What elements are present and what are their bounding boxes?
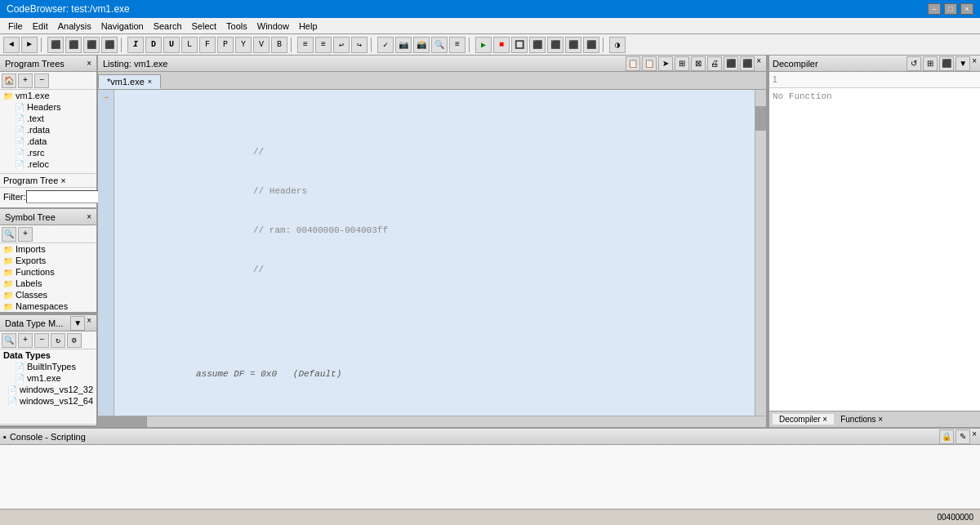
listing-scrollbar-v[interactable] [755,90,766,416]
tree-headers[interactable]: 📄 Headers [0,101,96,113]
dc-btn1[interactable]: ↺ [906,56,921,71]
tb-b[interactable]: B [271,37,287,53]
tb-i[interactable]: I [127,37,144,53]
lh-btn2[interactable]: 📋 [642,56,657,71]
tb-run[interactable]: ▶ [475,37,492,53]
tb-v[interactable]: V [253,37,270,53]
st-functions[interactable]: 📁 Functions [0,266,96,278]
st-classes[interactable]: 📁 Classes [0,289,96,300]
tb-snap2[interactable]: 📸 [413,37,430,53]
menu-select[interactable]: Select [187,20,222,33]
tree-vm1exe[interactable]: 📁 vm1.exe [0,90,96,101]
dc-btn4[interactable]: ▼ [956,56,970,71]
tree-text[interactable]: 📄 .text [0,113,96,124]
dc-btn2[interactable]: ⊞ [923,56,938,71]
st-exports[interactable]: 📁 Exports [0,255,96,266]
tb-redo[interactable]: ↪ [351,37,368,53]
tb-stop[interactable]: ■ [493,37,510,53]
console-close[interactable]: × [972,429,977,444]
tb-misc4[interactable]: 🔲 [511,37,528,53]
pt-home[interactable]: 🏠 [2,73,16,88]
listing-content[interactable]: → // // Headers // ram: 00400000-004003f… [98,90,766,416]
tree-rdata[interactable]: 📄 .rdata [0,124,96,136]
tb-misc1[interactable]: ≡ [297,37,314,53]
menu-edit[interactable]: Edit [28,20,53,33]
console-content[interactable] [0,445,980,509]
tb-snap3[interactable]: 🔍 [431,37,448,53]
tb-misc7[interactable]: ⬛ [565,37,581,53]
menu-navigation[interactable]: Navigation [96,20,149,33]
tb-misc2[interactable]: ≡ [315,37,332,53]
tb-d[interactable]: D [145,37,162,53]
tb-forward[interactable]: ► [21,37,38,53]
dt-tool3[interactable]: − [34,333,49,348]
dec-tab-decompiler[interactable]: Decompiler × [773,414,834,425]
listing-scrollbar-h[interactable] [98,416,766,427]
tb-nav1[interactable]: ⬛ [47,37,64,53]
dt-datatypes[interactable]: Data Types [0,349,96,361]
maximize-button[interactable]: □ [944,3,957,15]
lh-btn5[interactable]: 🖨 [707,56,722,71]
dt-tool1[interactable]: 🔍 [2,333,16,348]
pt-add[interactable]: + [18,73,33,88]
console-clear[interactable]: ✎ [956,429,970,444]
st-btn2[interactable]: + [18,227,33,242]
h-scrollbar-thumb[interactable] [98,416,147,427]
tb-u[interactable]: U [163,37,180,53]
dt-tool2[interactable]: + [18,333,33,348]
dt-builtin[interactable]: 📄 BuiltInTypes [0,361,96,372]
tb-check[interactable]: ✓ [377,37,394,53]
lh-cursor[interactable]: ➤ [658,56,673,71]
scrollbar-thumb[interactable] [755,106,766,131]
program-trees-close[interactable]: × [87,59,91,68]
menu-file[interactable]: File [3,20,28,33]
tb-undo[interactable]: ↩ [333,37,350,53]
dt-tool5[interactable]: ⚙ [67,333,82,348]
menu-tools[interactable]: Tools [221,20,252,33]
tree-rsrc[interactable]: 📄 .rsrc [0,147,96,158]
tree-reloc[interactable]: 📄 .reloc [0,158,96,170]
lh-btn7[interactable]: ⬛ [740,56,755,71]
dt-tool4[interactable]: ↻ [51,333,65,348]
lh-btn1[interactable]: 📋 [626,56,640,71]
dt-close[interactable]: × [87,316,91,331]
st-labels[interactable]: 📁 Labels [0,278,96,289]
tb-nav3[interactable]: ⬛ [83,37,100,53]
lh-btn4[interactable]: ⊠ [691,56,706,71]
tb-nav2[interactable]: ⬛ [65,37,82,53]
tb-back[interactable]: ◄ [3,37,20,53]
tb-misc8[interactable]: ⬛ [583,37,599,53]
close-button[interactable]: × [960,3,973,15]
tb-l[interactable]: L [181,37,198,53]
menu-help[interactable]: Help [294,20,323,33]
tb-y[interactable]: Y [235,37,252,53]
menu-analysis[interactable]: Analysis [53,20,96,33]
console-lock[interactable]: 🔒 [939,429,954,444]
pt-del[interactable]: − [34,73,49,88]
dec-tab-functions[interactable]: Functions × [834,414,889,425]
minimize-button[interactable]: – [928,3,941,15]
st-btn1[interactable]: 🔍 [2,227,16,242]
dt-vs12-64[interactable]: 📄 windows_vs12_64 [0,395,96,407]
dt-vm1exe[interactable]: 📄 vm1.exe [0,372,96,384]
listing-close[interactable]: × [756,56,761,71]
dt-vs12-32[interactable]: 📄 windows_vs12_32 [0,384,96,395]
symbol-tree-close[interactable]: × [87,212,91,221]
tb-misc9[interactable]: ◑ [609,37,626,53]
window-controls[interactable]: – □ × [928,3,973,15]
tb-misc5[interactable]: ⬛ [529,37,546,53]
st-imports[interactable]: 📁 Imports [0,243,96,255]
tb-f[interactable]: F [199,37,216,53]
lh-btn6[interactable]: ⬛ [724,56,738,71]
menu-search[interactable]: Search [149,20,187,33]
dt-btn1[interactable]: ▼ [70,316,85,331]
menu-window[interactable]: Window [252,20,294,33]
decompiler-close[interactable]: × [972,56,977,71]
tree-data[interactable]: 📄 .data [0,136,96,147]
tab-vm1exe[interactable]: *vm1.exe × [98,74,161,89]
tab-vm1exe-close[interactable]: × [148,78,152,86]
tb-p[interactable]: P [217,37,234,53]
st-namespaces[interactable]: 📁 Namespaces [0,300,96,312]
lh-btn3[interactable]: ⊞ [675,56,689,71]
tb-nav4[interactable]: ⬛ [101,37,118,53]
